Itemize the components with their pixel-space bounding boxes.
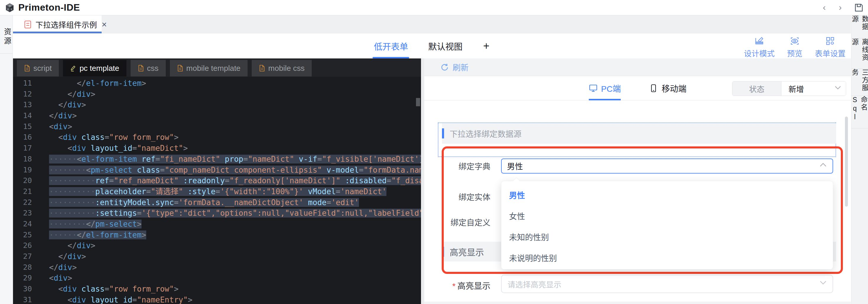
code-text: ··········ref="ref_nameDict" :readonly="… [32,175,421,186]
line-number: 13 [13,99,32,110]
app-title: Primeton-IDE [18,2,80,13]
code-text: ········</pm-select> [32,219,142,230]
nav-forward-icon[interactable]: › [835,2,845,13]
code-line: 14</div> [13,110,421,121]
sidebar-item-resources[interactable]: 资源 [0,15,12,54]
code-text: ··········:settings='{"type":"dict","opt… [32,208,421,219]
form-preview-panel: 刷新 PC端移动端 状态 新增 下拉选择绑定数据源 绑 [424,59,851,304]
right-sidebar-item-1[interactable]: 离线资源 [851,38,868,69]
monitor-icon [589,84,598,93]
editor-tab-label: mobile template [186,64,241,73]
code-text: </div> [32,262,77,273]
code-line: 12 </div> [13,89,421,100]
editor-tab-pc-template[interactable]: pc template [63,60,126,76]
code-text: <div> [32,121,72,132]
file-icon [24,65,30,72]
file-icon [177,65,183,72]
code-line: 22··········:entityModel.sync='formData.… [13,197,421,208]
section-datasource-title: 下拉选择绑定数据源 [450,128,522,139]
editor-tab-mobile-template[interactable]: mobile template [170,60,248,76]
code-text: ··········:entityModel.sync='formData.__… [32,197,359,208]
line-number: 24 [13,219,32,230]
code-text: ······</el-form-item> [32,230,146,241]
right-sidebar: 数据源离线资源三方服务命名Sql [851,15,868,304]
status-label: 状态 [733,81,781,96]
view-tab-label: 低开表单 [374,40,408,52]
form-settings-button[interactable]: 表单设置 [815,36,845,59]
editor-tab-css[interactable]: css [131,60,166,76]
line-number: 27 [13,251,32,262]
status-value-select[interactable]: 新增 [781,81,846,96]
right-sidebar-item-0[interactable]: 数据源 [851,15,868,38]
view-tab-bar: 低开表单默认视图+ 设计模式 [13,33,851,59]
code-text: <div class="row form_row"> [32,284,179,295]
dict-field-label: 绑定字典 [424,160,490,172]
file-icon [259,65,265,72]
section-accent-bar [442,247,444,257]
editor-tab-mobile-css[interactable]: mobile css [252,60,312,76]
line-number: 21 [13,186,32,197]
dict-select[interactable]: 男性 [501,159,833,173]
editor-scrollbar[interactable] [416,98,420,106]
dropdown-option-0[interactable]: 男性 [501,185,833,206]
refresh-icon[interactable] [440,63,449,72]
code-area[interactable]: 11 </el-form-item>12 </div>13 </div>14</… [13,77,421,304]
selected-code: ······</el-form-item> [49,231,146,239]
status-select: 状态 新增 [732,81,846,96]
file-tab-label: 下拉选择组件示例 [35,19,97,30]
view-tab-1[interactable]: 默认视图 [427,33,464,59]
refresh-label[interactable]: 刷新 [453,61,469,73]
design-mode-icon [754,36,764,46]
line-number: 11 [13,78,32,89]
editor-tab-label: mobile css [268,64,305,73]
refresh-toolbar: 刷新 [424,59,851,76]
active-tab-underline [589,99,621,100]
editor-tab-label: css [147,64,159,73]
dropdown-option-1[interactable]: 女性 [501,206,833,227]
device-tab-label: PC端 [601,82,621,94]
editor-tab-bar: scriptpc templatecssmobile templatemobil… [13,59,421,77]
dropdown-option-2[interactable]: 未知的性别 [501,227,833,248]
code-line: 27 </div> [13,251,421,262]
close-icon[interactable]: × [102,20,107,29]
design-mode-label: 设计模式 [744,47,775,59]
code-line: 19········<pm-select class="comp_nameDic… [13,165,421,176]
file-tab-active[interactable]: 下拉选择组件示例 × [13,15,102,33]
section-header-datasource[interactable]: 下拉选择绑定数据源 [442,123,836,144]
add-view-button[interactable]: + [482,40,491,52]
app-logo-icon [5,3,15,13]
right-sidebar-item-3[interactable]: 命名Sql [851,96,868,128]
code-line: 16 <div class="row form_row"> [13,132,421,143]
file-icon [138,65,144,72]
split-gutter[interactable] [421,59,424,304]
document-icon [24,20,31,29]
right-sidebar-item-2[interactable]: 三方服务 [851,69,868,96]
line-number: 20 [13,175,32,186]
view-tab-0[interactable]: 低开表单 [373,33,409,59]
device-tab-mobile[interactable]: 移动端 [649,76,686,100]
save-icon[interactable] [854,3,864,13]
highlight-select[interactable]: 请选择高亮显示 [501,275,833,293]
entity-field-label: 绑定实体 [424,191,490,202]
design-mode-button[interactable]: 设计模式 [744,36,775,59]
line-number: 28 [13,262,32,273]
view-tab-label: 默认视图 [428,40,462,52]
preview-button[interactable]: 预览 [787,36,802,59]
code-line: 18······<el-form-item ref="fi_nameDict" … [13,154,421,165]
code-text: ··········placeholder="请选择" :style='{"wi… [32,186,386,197]
panel-scrollbar[interactable] [845,116,848,207]
code-line: 21··········placeholder="请选择" :style='{"… [13,186,421,197]
highlight-select-placeholder: 请选择高亮显示 [507,279,561,290]
line-number: 12 [13,89,32,100]
nav-back-icon[interactable]: ‹ [819,2,830,13]
left-sidebar: 资源 [0,15,13,304]
dropdown-option-3[interactable]: 未说明的性别 [501,248,833,269]
code-line: 20··········ref="ref_nameDict" :readonly… [13,175,421,186]
editor-tab-script[interactable]: script [17,60,59,76]
code-line: 24········</pm-select> [13,219,421,230]
line-number: 19 [13,165,32,176]
code-line: 15<div> [13,121,421,132]
title-bar: Primeton-IDE ‹ › [0,0,868,15]
status-value-text: 新增 [788,83,804,94]
device-tab-pc[interactable]: PC端 [589,76,621,100]
